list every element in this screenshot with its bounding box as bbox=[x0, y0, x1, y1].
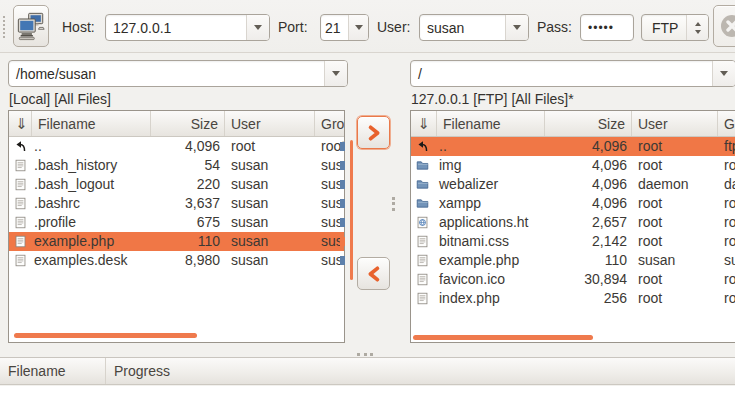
remote-path-dropdown-button[interactable] bbox=[712, 61, 735, 86]
file-name: .. bbox=[32, 137, 151, 156]
local-vertical-scrollbar-thumb[interactable] bbox=[350, 140, 353, 280]
file-row[interactable]: img 4,096 root root bbox=[411, 156, 735, 175]
file-user: root bbox=[225, 137, 315, 156]
file-name: .bashrc bbox=[32, 194, 151, 213]
text-file-icon bbox=[9, 156, 32, 175]
host-input[interactable]: 127.0.0.1 bbox=[106, 15, 246, 40]
file-size: 8,980 bbox=[151, 251, 225, 270]
file-row[interactable]: applications.ht 2,657 root root bbox=[411, 213, 735, 232]
size-column-header[interactable]: Size bbox=[151, 111, 225, 136]
user-column-header[interactable]: User bbox=[632, 111, 718, 136]
file-row-selected[interactable]: .. 4,096 root ftp bbox=[411, 137, 735, 156]
pass-entry[interactable]: ••••• bbox=[580, 14, 634, 41]
local-path-input[interactable]: /home/susan bbox=[9, 61, 324, 86]
protocol-spinner[interactable]: FTP bbox=[641, 14, 709, 41]
local-rows: .. 4,096 root root .bash_history 54 susa… bbox=[9, 137, 344, 270]
toolbar-drag-handle[interactable] bbox=[3, 16, 5, 38]
transfer-right-button[interactable] bbox=[357, 116, 390, 149]
chevron-down-icon bbox=[254, 25, 262, 30]
port-combo[interactable]: 21 bbox=[320, 14, 369, 41]
file-size: 3,637 bbox=[151, 194, 225, 213]
remote-file-list: ⇓ Filename Size User Group .. 4,096 root… bbox=[410, 110, 735, 343]
file-row[interactable]: examples.desk 8,980 susan susan bbox=[9, 251, 344, 270]
sort-column-header[interactable]: ⇓ bbox=[9, 111, 32, 136]
protocol-spin-buttons[interactable] bbox=[686, 15, 708, 40]
scroll-indicator bbox=[340, 237, 345, 246]
connect-button[interactable] bbox=[13, 5, 49, 47]
up-dir-icon bbox=[411, 137, 437, 156]
user-combo[interactable]: susan bbox=[419, 14, 529, 41]
file-row[interactable]: xampp 4,096 root root bbox=[411, 194, 735, 213]
file-row[interactable]: webalizer 4,096 daemon daemon bbox=[411, 175, 735, 194]
sort-column-header[interactable]: ⇓ bbox=[411, 111, 437, 136]
host-label: Host: bbox=[62, 19, 95, 35]
host-combo[interactable]: 127.0.0.1 bbox=[105, 14, 270, 41]
file-size: 4,096 bbox=[545, 156, 632, 175]
file-group: root bbox=[718, 156, 735, 175]
file-name: bitnami.css bbox=[437, 232, 545, 251]
local-path-combo[interactable]: /home/susan bbox=[8, 60, 348, 87]
file-size: 54 bbox=[151, 156, 225, 175]
file-row[interactable]: .bash_history 54 susan susan bbox=[9, 156, 344, 175]
file-name: .bash_history bbox=[32, 156, 151, 175]
file-user: susan bbox=[225, 251, 315, 270]
file-group: root bbox=[718, 270, 735, 289]
file-group: root bbox=[718, 289, 735, 308]
file-row[interactable]: favicon.ico 30,894 root root bbox=[411, 270, 735, 289]
group-column-header[interactable]: Group bbox=[315, 111, 344, 136]
file-row[interactable]: .profile 675 susan susan bbox=[9, 213, 344, 232]
scroll-indicator bbox=[340, 142, 345, 151]
file-group: susan bbox=[718, 251, 735, 270]
remote-path-combo[interactable]: / bbox=[410, 60, 735, 87]
remote-path-input[interactable]: / bbox=[411, 61, 712, 86]
filename-column-header[interactable]: Filename bbox=[32, 111, 151, 136]
user-dropdown-button[interactable] bbox=[505, 15, 528, 40]
connect-computers-icon bbox=[16, 11, 46, 41]
file-user: susan bbox=[225, 175, 315, 194]
filename-column-header[interactable]: Filename bbox=[437, 111, 545, 136]
queue-resize-handle[interactable] bbox=[357, 353, 373, 356]
pass-input[interactable]: ••••• bbox=[581, 15, 633, 40]
queue-filename-column-header[interactable]: Filename bbox=[0, 358, 106, 384]
file-group: root bbox=[718, 194, 735, 213]
file-row[interactable]: .. 4,096 root root bbox=[9, 137, 344, 156]
file-user: susan bbox=[225, 156, 315, 175]
chevron-down-icon bbox=[355, 25, 363, 30]
file-row[interactable]: bitnami.css 2,142 root root bbox=[411, 232, 735, 251]
chevron-down-icon bbox=[332, 71, 340, 76]
file-user: root bbox=[632, 289, 718, 308]
panel-resize-handle[interactable] bbox=[392, 197, 395, 211]
local-list-header: ⇓ Filename Size User Group bbox=[9, 111, 344, 137]
port-label: Port: bbox=[278, 19, 308, 35]
size-column-header[interactable]: Size bbox=[545, 111, 632, 136]
remote-horizontal-scrollbar-thumb[interactable] bbox=[413, 335, 593, 340]
transfer-queue-list[interactable] bbox=[0, 386, 735, 405]
host-dropdown-button[interactable] bbox=[246, 15, 269, 40]
local-horizontal-scrollbar-thumb[interactable] bbox=[14, 333, 197, 338]
scroll-indicator bbox=[340, 199, 345, 208]
file-size: 4,096 bbox=[545, 175, 632, 194]
file-name: examples.desk bbox=[32, 251, 151, 270]
text-file-icon bbox=[9, 175, 32, 194]
file-user: susan bbox=[225, 232, 315, 251]
folder-icon bbox=[411, 156, 437, 175]
port-dropdown-button[interactable] bbox=[348, 15, 368, 40]
file-row[interactable]: .bash_logout 220 susan susan bbox=[9, 175, 344, 194]
stop-button[interactable] bbox=[713, 5, 735, 47]
transfer-left-button[interactable] bbox=[357, 257, 390, 290]
queue-progress-column-header[interactable]: Progress bbox=[106, 358, 735, 384]
file-row[interactable]: example.php 110 susan susan bbox=[411, 251, 735, 270]
file-row[interactable]: index.php 256 root root bbox=[411, 289, 735, 308]
group-column-header[interactable]: Group bbox=[718, 111, 735, 136]
web-file-icon bbox=[411, 213, 437, 232]
arrow-right-icon bbox=[365, 124, 383, 142]
file-row[interactable]: .bashrc 3,637 susan susan bbox=[9, 194, 344, 213]
user-column-header[interactable]: User bbox=[225, 111, 315, 136]
local-path-dropdown-button[interactable] bbox=[324, 61, 347, 86]
spin-down-icon bbox=[695, 30, 701, 34]
user-input[interactable]: susan bbox=[420, 15, 505, 40]
file-row-selected[interactable]: example.php 110 susan susan bbox=[9, 232, 344, 251]
file-user: root bbox=[632, 213, 718, 232]
file-name: webalizer bbox=[437, 175, 545, 194]
port-input[interactable]: 21 bbox=[321, 15, 348, 40]
